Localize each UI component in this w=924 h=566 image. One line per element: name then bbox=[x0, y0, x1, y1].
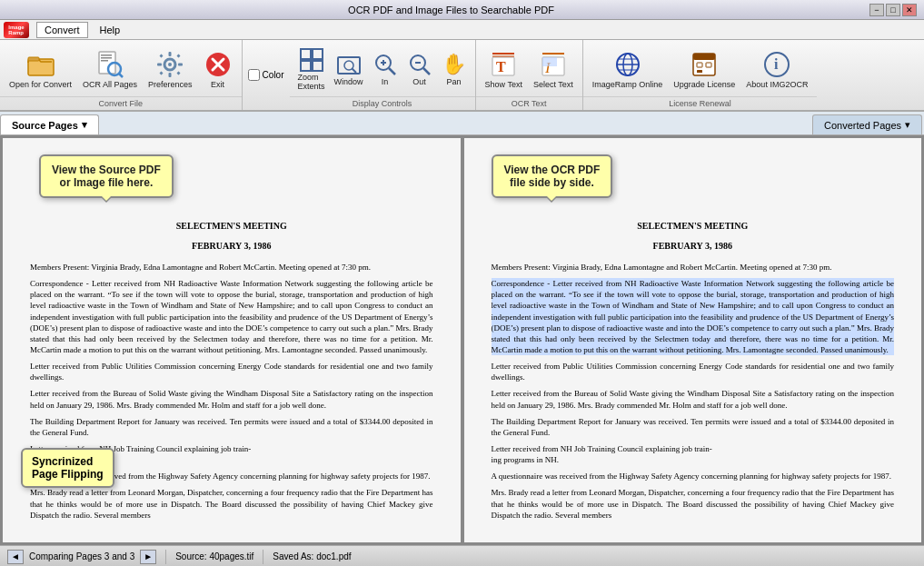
zoom-out-icon bbox=[407, 52, 432, 77]
pages-tabs-bar: Source Pages ▾ Converted Pages ▾ bbox=[0, 112, 924, 135]
color-checkbox-wrapper[interactable]: Color bbox=[248, 69, 284, 81]
left-doc-utilities: Letter received from Public Utilities Co… bbox=[30, 361, 433, 382]
pan-label: Pan bbox=[447, 77, 462, 86]
toolbar: Open for Convert OCR All Pages bbox=[0, 40, 924, 112]
svg-text:i: i bbox=[774, 56, 779, 72]
exit-icon bbox=[204, 50, 233, 79]
maximize-button[interactable]: □ bbox=[886, 4, 900, 16]
upgrade-license-button[interactable]: Upgrade License bbox=[668, 46, 740, 93]
svg-rect-11 bbox=[169, 73, 172, 77]
open-convert-label: Open for Convert bbox=[9, 80, 72, 89]
svg-rect-49 bbox=[693, 54, 715, 60]
sync-label-line2: Page Flipping bbox=[32, 468, 104, 481]
svg-rect-52 bbox=[697, 70, 702, 73]
saved-as-text: Saved As: doc1.pdf bbox=[273, 551, 351, 561]
window-zoom-label: Window bbox=[334, 77, 363, 86]
left-doc-morgan: Mrs. Brady read a letter from Leonard Mo… bbox=[30, 487, 433, 520]
svg-rect-13 bbox=[178, 63, 183, 65]
zoom-extents-button[interactable]: ZoomExtents bbox=[293, 44, 330, 94]
close-button[interactable]: ✕ bbox=[902, 4, 917, 16]
ocr-all-pages-button[interactable]: OCR All Pages bbox=[77, 46, 143, 93]
next-page-button[interactable]: ► bbox=[140, 550, 156, 564]
svg-rect-41 bbox=[542, 57, 557, 66]
display-controls-label: Display Controls bbox=[290, 96, 475, 110]
upgrade-license-icon bbox=[690, 50, 719, 79]
window-zoom-button[interactable]: Window bbox=[330, 48, 368, 90]
zoom-extents-label: ZoomExtents bbox=[298, 73, 325, 91]
svg-rect-4 bbox=[101, 57, 112, 59]
callout-ocr-line2: file side by side. bbox=[510, 176, 594, 189]
source-pages-tab-arrow: ▾ bbox=[82, 119, 87, 131]
color-label: Color bbox=[263, 70, 284, 80]
show-text-button[interactable]: T Show Text bbox=[480, 46, 528, 93]
converted-pages-tab-arrow: ▾ bbox=[905, 119, 910, 131]
select-text-icon: I bbox=[539, 50, 568, 79]
source-pages-tab[interactable]: Source Pages ▾ bbox=[0, 114, 99, 134]
imageramp-online-button[interactable]: ImageRamp Online bbox=[587, 46, 669, 93]
left-doc-title2: FEBRUARY 3, 1986 bbox=[30, 240, 433, 253]
comparing-pages-text: Comparing Pages 3 and 3 bbox=[29, 551, 134, 561]
svg-rect-12 bbox=[157, 63, 162, 65]
right-doc-title1: SELECTMEN'S MEETING bbox=[492, 220, 895, 233]
right-doc-utilities: Letter received from Public Utilities Co… bbox=[492, 361, 895, 382]
svg-line-34 bbox=[423, 68, 430, 74]
app-title: OCR PDF and Image Files to Searchable PD… bbox=[33, 5, 869, 15]
right-pdf-content: SELECTMEN'S MEETING FEBRUARY 3, 1986 Mem… bbox=[464, 138, 922, 542]
right-doc-body: Members Present: Virginia Brady, Edna La… bbox=[492, 262, 895, 273]
left-pdf-panel[interactable]: View the Source PDF or Image file here. … bbox=[2, 137, 462, 543]
zoom-in-label: In bbox=[382, 77, 389, 86]
preferences-button[interactable]: Preferences bbox=[143, 46, 198, 93]
pan-icon: ✋ bbox=[442, 52, 467, 77]
svg-rect-22 bbox=[313, 49, 323, 59]
svg-rect-21 bbox=[301, 49, 311, 59]
sync-label: Syncrinized Page Flipping bbox=[21, 448, 114, 488]
left-doc-building: The Building Department Report for Janua… bbox=[30, 416, 433, 438]
svg-text:T: T bbox=[496, 59, 506, 74]
ocr-all-pages-label: OCR All Pages bbox=[83, 80, 137, 89]
ocr-text-label: OCR Text bbox=[476, 96, 582, 110]
open-folder-icon bbox=[26, 50, 55, 79]
show-text-icon: T bbox=[489, 50, 518, 79]
ocr-pages-icon bbox=[95, 50, 124, 79]
pan-button[interactable]: ✋ Pan bbox=[437, 48, 472, 90]
open-convert-button[interactable]: Open for Convert bbox=[4, 46, 77, 93]
minimize-button[interactable]: − bbox=[869, 4, 884, 16]
exit-button[interactable]: Exit bbox=[198, 46, 238, 93]
exit-label: Exit bbox=[211, 80, 224, 89]
left-doc-correspondence: Correspondence - Letter received from NH… bbox=[30, 278, 433, 355]
callout-source-line1: View the Source PDF bbox=[52, 164, 161, 176]
color-checkbox[interactable] bbox=[248, 69, 260, 81]
svg-rect-17 bbox=[177, 71, 181, 74]
status-divider-2 bbox=[263, 550, 263, 564]
callout-source-pdf: View the Source PDF or Image file here. bbox=[39, 154, 174, 198]
show-text-label: Show Text bbox=[485, 80, 522, 89]
window-zoom-icon bbox=[336, 52, 362, 77]
right-pdf-panel[interactable]: View the OCR PDF file side by side. SELE… bbox=[463, 137, 923, 543]
menu-convert[interactable]: Convert bbox=[36, 22, 88, 38]
right-doc-job-training: Letter received from NH Job Training Cou… bbox=[492, 443, 895, 465]
zoom-out-button[interactable]: Out bbox=[402, 48, 437, 90]
imageramp-online-label: ImageRamp Online bbox=[592, 80, 663, 89]
preferences-label: Preferences bbox=[148, 80, 193, 89]
license-renewal-label: License Renewal bbox=[583, 96, 818, 110]
right-doc-solid-waste: Letter received from the Bureau of Solid… bbox=[492, 388, 895, 410]
toolbar-section-convert-file: Open for Convert OCR All Pages bbox=[0, 40, 243, 110]
callout-ocr-pdf: View the OCR PDF file side by side. bbox=[492, 154, 613, 198]
main-content: View the Source PDF or Image file here. … bbox=[0, 135, 924, 545]
color-area: Color bbox=[243, 40, 290, 110]
about-img2ocr-button[interactable]: i About IMG2OCR bbox=[740, 46, 813, 93]
select-text-button[interactable]: I Select Text bbox=[528, 46, 579, 93]
zoom-out-label: Out bbox=[412, 77, 426, 86]
toolbar-section-display: ZoomExtents Window bbox=[290, 40, 476, 110]
svg-rect-24 bbox=[313, 61, 323, 71]
window-controls: − □ ✕ bbox=[869, 4, 917, 16]
source-pages-tab-label: Source Pages bbox=[12, 120, 78, 131]
prev-page-button[interactable]: ◄ bbox=[7, 550, 24, 564]
converted-pages-tab[interactable]: Converted Pages ▾ bbox=[812, 114, 922, 134]
zoom-in-button[interactable]: In bbox=[368, 48, 402, 90]
title-bar: OCR PDF and Image Files to Searchable PD… bbox=[0, 0, 924, 20]
menu-help[interactable]: Help bbox=[92, 22, 129, 38]
right-doc-highway: A questionnaire was received from the Hi… bbox=[492, 471, 895, 482]
right-doc-title2: FEBRUARY 3, 1986 bbox=[492, 240, 895, 253]
svg-rect-23 bbox=[301, 61, 311, 71]
